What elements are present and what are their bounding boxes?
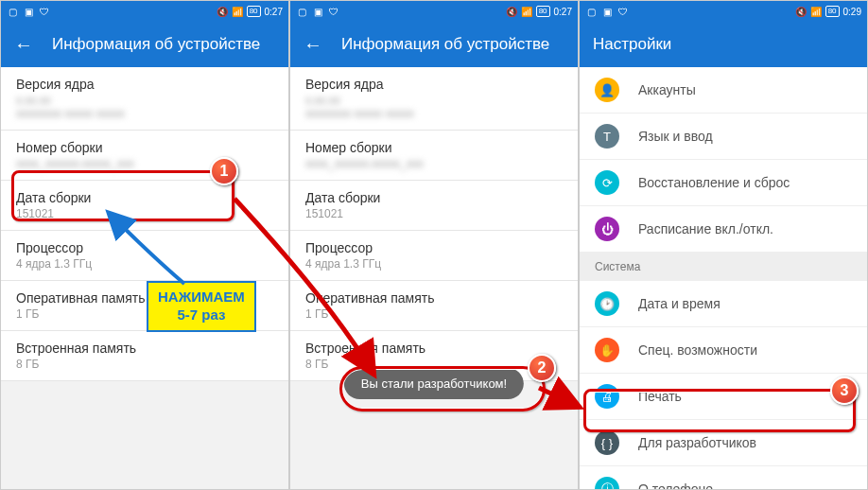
- row-kernel-version[interactable]: Версия ядра x.xx.xxxxxxxxxx xxxxx xxxxx: [1, 67, 288, 131]
- row-accessibility[interactable]: ✋ Спец. возможности: [580, 327, 867, 374]
- label: Расписание вкл./откл.: [638, 221, 773, 236]
- schedule-icon: ⏻: [595, 217, 619, 241]
- clock: 0:29: [843, 7, 861, 17]
- value: xxxx_xxxxxx.xxxxx_xxx: [305, 157, 563, 170]
- label: Оперативная память: [16, 290, 273, 306]
- row-cpu[interactable]: Процессор 4 ядра 1.3 ГГц: [1, 231, 288, 281]
- label: Процессор: [16, 240, 273, 255]
- row-accounts[interactable]: 👤 Аккаунты: [580, 67, 867, 114]
- label: Встроенная память: [305, 341, 563, 356]
- label: Аккаунты: [638, 82, 696, 97]
- mute-icon: 🔇: [795, 6, 807, 17]
- value: xxxx_xxxxxx.xxxxx_xxx: [16, 157, 273, 170]
- row-storage[interactable]: Встроенная память 8 ГБ: [1, 331, 288, 381]
- app-bar: Настройки: [580, 22, 867, 67]
- info-icon: ⓘ: [595, 477, 619, 489]
- battery-indicator: 80: [825, 6, 840, 17]
- label: Для разработчиков: [638, 435, 756, 450]
- clock-icon: 🕑: [595, 291, 619, 316]
- app-bar: ← Информация об устройстве: [1, 22, 288, 67]
- page-title: Настройки: [593, 35, 671, 54]
- gallery-icon: ▣: [601, 6, 613, 17]
- status-bar: ▢ ▣ 🛡 🔇 📶 80 0:29: [580, 1, 867, 22]
- content-area: 👤 Аккаунты T Язык и ввод ⟳ Восстановлени…: [580, 67, 867, 489]
- row-schedule-power[interactable]: ⏻ Расписание вкл./откл.: [580, 206, 867, 253]
- language-icon: T: [595, 124, 619, 149]
- value: 1 ГБ: [305, 307, 563, 321]
- battery-indicator: 80: [247, 6, 261, 17]
- page-title: Информация об устройстве: [52, 35, 260, 54]
- developer-icon: { }: [595, 430, 619, 455]
- clock: 0:27: [554, 7, 572, 17]
- row-cpu[interactable]: Процессор 4 ядра 1.3 ГГц: [290, 231, 578, 281]
- printer-icon: 🖨: [595, 384, 619, 409]
- shield-icon: 🛡: [617, 6, 629, 17]
- content-area: Версия ядра x.xx.xxxxxxxxxx xxxxx xxxxx …: [290, 67, 578, 489]
- screenshot-icon: ▢: [296, 6, 307, 17]
- screenshot-icon: ▢: [7, 6, 18, 17]
- label: О телефоне: [638, 481, 713, 489]
- clock: 0:27: [265, 7, 283, 17]
- value: x.xx.xxxxxxxxxx xxxxx xxxxx: [305, 94, 563, 120]
- value: 4 ядра 1.3 ГГц: [305, 257, 563, 271]
- battery-indicator: 80: [536, 6, 550, 17]
- row-date-time[interactable]: 🕑 Дата и время: [580, 281, 867, 327]
- mute-icon: 🔇: [217, 6, 228, 17]
- label: Версия ядра: [305, 77, 563, 92]
- row-developer-options[interactable]: { } Для разработчиков: [580, 420, 867, 466]
- label: Встроенная память: [16, 341, 273, 356]
- label: Версия ядра: [16, 77, 273, 92]
- label: Дата сборки: [305, 190, 563, 205]
- signal-icon: 📶: [521, 6, 532, 17]
- phone-panel-1: ▢ ▣ 🛡 🔇 📶 80 0:27 ← Информация об устрой…: [0, 0, 289, 490]
- label: Язык и ввод: [638, 129, 713, 144]
- row-build-date[interactable]: Дата сборки 151021: [1, 181, 288, 231]
- row-printing[interactable]: 🖨 Печать: [580, 374, 867, 420]
- row-about-phone[interactable]: ⓘ О телефоне: [580, 466, 867, 489]
- toast-developer-enabled: Вы стали разработчиком!: [344, 368, 524, 399]
- label: Оперативная память: [305, 290, 563, 306]
- gallery-icon: ▣: [23, 6, 34, 17]
- back-arrow-icon[interactable]: ←: [304, 34, 322, 56]
- row-ram[interactable]: Оперативная память 1 ГБ: [1, 281, 288, 331]
- label: Номер сборки: [16, 140, 273, 155]
- row-kernel-version[interactable]: Версия ядра x.xx.xxxxxxxxxx xxxxx xxxxx: [290, 67, 578, 131]
- row-build-date[interactable]: Дата сборки 151021: [290, 181, 578, 231]
- content-area: Версия ядра x.xx.xxxxxxxxxx xxxxx xxxxx …: [1, 67, 288, 489]
- value: 151021: [305, 207, 563, 220]
- value: 4 ядра 1.3 ГГц: [16, 257, 273, 271]
- label: Восстановление и сброс: [638, 175, 790, 190]
- accounts-icon: 👤: [595, 78, 619, 102]
- label: Спец. возможности: [638, 342, 757, 358]
- row-backup-reset[interactable]: ⟳ Восстановление и сброс: [580, 160, 867, 206]
- row-build-number[interactable]: Номер сборки xxxx_xxxxxx.xxxxx_xxx: [290, 131, 578, 181]
- signal-icon: 📶: [810, 6, 822, 17]
- label: Процессор: [305, 240, 563, 255]
- row-ram[interactable]: Оперативная память 1 ГБ: [290, 281, 578, 331]
- phone-panel-2: ▢ ▣ 🛡 🔇 📶 80 0:27 ← Информация об устрой…: [289, 0, 579, 490]
- screenshot-icon: ▢: [585, 6, 597, 17]
- app-bar: ← Информация об устройстве: [290, 22, 578, 67]
- value: x.xx.xxxxxxxxxx xxxxx xxxxx: [16, 94, 273, 120]
- back-arrow-icon[interactable]: ←: [14, 34, 33, 56]
- backup-icon: ⟳: [595, 170, 619, 195]
- page-title: Информация об устройстве: [341, 35, 549, 54]
- value: 1 ГБ: [16, 307, 273, 321]
- label: Номер сборки: [305, 140, 563, 155]
- row-build-number[interactable]: Номер сборки xxxx_xxxxxx.xxxxx_xxx: [1, 131, 288, 181]
- phone-panel-3: ▢ ▣ 🛡 🔇 📶 80 0:29 Настройки 👤 Аккаунты T…: [579, 0, 868, 490]
- gallery-icon: ▣: [312, 6, 323, 17]
- label: Дата сборки: [16, 190, 273, 205]
- value: 8 ГБ: [16, 358, 273, 371]
- label: Печать: [638, 389, 682, 404]
- section-system: Система: [580, 253, 867, 281]
- hand-icon: ✋: [595, 338, 619, 362]
- status-bar: ▢ ▣ 🛡 🔇 📶 80 0:27: [290, 1, 578, 22]
- mute-icon: 🔇: [506, 6, 517, 17]
- shield-icon: 🛡: [328, 6, 339, 17]
- shield-icon: 🛡: [39, 6, 50, 17]
- status-bar: ▢ ▣ 🛡 🔇 📶 80 0:27: [1, 1, 288, 22]
- label: Дата и время: [638, 296, 720, 311]
- value: 151021: [16, 207, 273, 220]
- row-language-input[interactable]: T Язык и ввод: [580, 114, 867, 160]
